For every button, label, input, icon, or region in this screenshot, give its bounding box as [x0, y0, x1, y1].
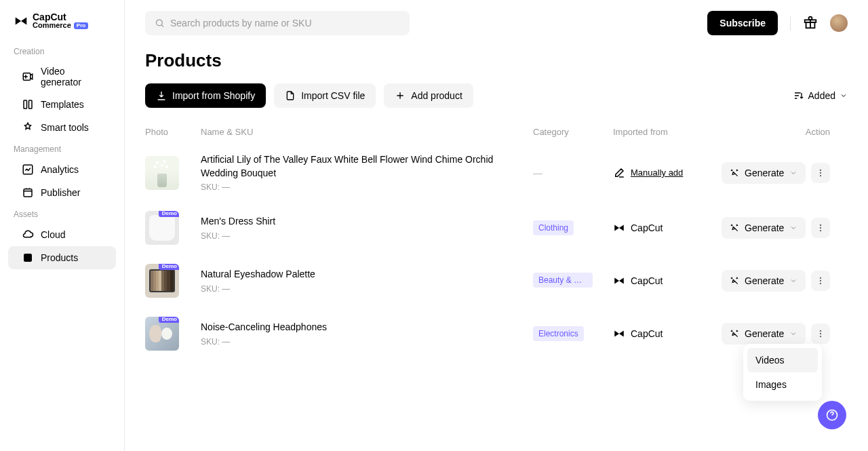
- gift-icon[interactable]: [803, 15, 818, 32]
- search-icon: [155, 18, 165, 28]
- more-vertical-icon: [816, 276, 825, 286]
- sidebar-item-video-generator[interactable]: Video generator: [8, 60, 116, 93]
- products-icon: [22, 252, 34, 264]
- section-management-label: Management: [0, 139, 124, 158]
- sidebar-item-products[interactable]: Products: [8, 246, 116, 269]
- product-sku: SKU: —: [201, 231, 533, 241]
- search-input[interactable]: [170, 18, 400, 28]
- svg-point-16: [820, 280, 821, 281]
- magic-icon: [730, 329, 739, 338]
- sidebar-item-publisher[interactable]: Publisher: [8, 181, 116, 204]
- avatar[interactable]: [830, 14, 848, 32]
- add-product-button[interactable]: Add product: [384, 83, 473, 108]
- chevron-down-icon: [789, 169, 797, 177]
- category-none: —: [533, 168, 542, 178]
- product-name: Artificial Lily of The Valley Faux White…: [201, 153, 533, 180]
- subscribe-button[interactable]: Subscribe: [707, 11, 778, 35]
- table-header: Photo Name & SKU Category Imported from …: [145, 120, 848, 144]
- logo[interactable]: CapCut CommercePro: [0, 8, 124, 41]
- manually-add-link[interactable]: Manually add: [631, 168, 683, 178]
- svg-point-17: [820, 283, 821, 284]
- generate-button[interactable]: Generate: [722, 162, 806, 184]
- table-row: Demo Natural Eyeshadow Palette SKU: — Be…: [145, 254, 848, 307]
- more-button[interactable]: [811, 271, 830, 291]
- col-imported: Imported from: [613, 127, 722, 137]
- section-assets-label: Assets: [0, 204, 124, 223]
- more-button[interactable]: [811, 218, 830, 238]
- generate-dropdown: Videos Images: [743, 344, 822, 401]
- sidebar-item-analytics[interactable]: Analytics: [8, 158, 116, 181]
- chevron-down-icon: [840, 92, 848, 100]
- col-name: Name & SKU: [201, 127, 533, 137]
- table-row: Demo Men's Dress Shirt SKU: — Clothing C…: [145, 201, 848, 254]
- product-thumbnail[interactable]: Demo: [145, 317, 179, 351]
- import-shopify-button[interactable]: Import from Shopify: [145, 83, 266, 108]
- product-thumbnail[interactable]: Demo: [145, 264, 179, 298]
- sort-button[interactable]: Added: [793, 90, 848, 101]
- search-box[interactable]: [145, 11, 410, 35]
- main: Subscribe Products Import from Shopify I…: [125, 0, 868, 451]
- product-name: Men's Dress Shirt: [201, 215, 533, 229]
- svg-rect-1: [24, 100, 27, 109]
- imported-from: CapCut: [631, 222, 663, 233]
- sort-icon: [793, 90, 804, 101]
- chevron-down-icon: [789, 224, 797, 232]
- sidebar-item-label: Smart tools: [41, 122, 89, 133]
- sidebar-item-label: Products: [41, 252, 78, 263]
- more-button[interactable]: [811, 323, 830, 344]
- sidebar-item-cloud[interactable]: Cloud: [8, 223, 116, 246]
- smart-tools-icon: [22, 121, 34, 134]
- pro-tag: Pro: [74, 22, 88, 29]
- dropdown-item-images[interactable]: Images: [747, 372, 818, 397]
- svg-point-14: [820, 230, 821, 231]
- magic-icon: [730, 276, 739, 286]
- capcut-icon: [613, 328, 625, 340]
- sidebar-item-smart-tools[interactable]: Smart tools: [8, 116, 116, 139]
- svg-point-9: [820, 169, 821, 170]
- demo-badge: Demo: [159, 317, 179, 323]
- sidebar: CapCut CommercePro Creation Video genera…: [0, 0, 125, 451]
- demo-badge: Demo: [159, 211, 179, 217]
- video-gen-icon: [22, 71, 34, 83]
- toolbar: Import from Shopify Import CSV file Add …: [145, 83, 848, 108]
- sidebar-item-templates[interactable]: Templates: [8, 93, 116, 116]
- more-vertical-icon: [816, 168, 825, 178]
- product-sku: SKU: —: [201, 337, 533, 347]
- file-icon: [285, 90, 296, 101]
- download-icon: [156, 90, 167, 101]
- divider: [790, 16, 791, 31]
- category-tag: Beauty & Perso...: [533, 273, 593, 288]
- import-csv-button[interactable]: Import CSV file: [274, 83, 376, 108]
- publisher-icon: [22, 187, 34, 199]
- more-button[interactable]: [811, 163, 830, 183]
- dropdown-item-videos[interactable]: Videos: [747, 348, 818, 372]
- svg-point-6: [156, 20, 162, 26]
- svg-rect-2: [29, 100, 33, 109]
- product-sku: SKU: —: [201, 284, 533, 294]
- generate-button[interactable]: Generate: [722, 323, 806, 345]
- generate-button[interactable]: Generate: [722, 217, 806, 239]
- logo-icon: [14, 14, 28, 28]
- svg-point-18: [820, 330, 821, 332]
- product-thumbnail[interactable]: Demo: [145, 211, 179, 245]
- svg-rect-4: [24, 189, 32, 197]
- product-name: Noise-Canceling Headphones: [201, 321, 533, 334]
- more-vertical-icon: [816, 223, 825, 233]
- logo-sub: CommercePro: [33, 22, 88, 29]
- svg-rect-5: [24, 254, 32, 262]
- col-photo: Photo: [145, 127, 201, 137]
- chevron-down-icon: [789, 330, 797, 338]
- help-button[interactable]: [818, 401, 846, 429]
- sidebar-item-label: Templates: [41, 99, 84, 110]
- category-tag: Electronics: [533, 326, 584, 341]
- demo-badge: Demo: [159, 264, 179, 270]
- imported-from: CapCut: [631, 328, 663, 339]
- generate-button[interactable]: Generate: [722, 270, 806, 292]
- logo-main: CapCut: [33, 12, 88, 22]
- analytics-icon: [22, 163, 34, 176]
- capcut-icon: [613, 222, 625, 234]
- product-thumbnail[interactable]: [145, 156, 179, 190]
- svg-point-20: [820, 336, 821, 337]
- table-row: Artificial Lily of The Valley Faux White…: [145, 144, 848, 201]
- category-tag: Clothing: [533, 220, 574, 235]
